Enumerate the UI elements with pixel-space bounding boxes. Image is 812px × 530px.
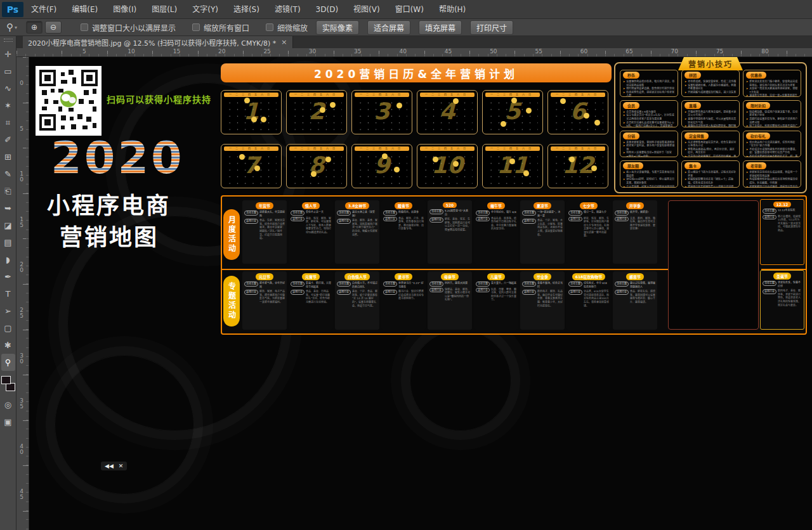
type-tool[interactable]: T	[1, 285, 15, 302]
menu-item-图层[interactable]: 图层(L)	[144, 0, 185, 19]
shape-tool[interactable]: ▢	[1, 320, 15, 337]
media-overlay[interactable]: ◀◀✕	[101, 462, 127, 470]
industry-text: 食品、生鲜、家居百货等，结合年前用户消费需求，推出年货盛宴：团圆饭／送礼／囤年货…	[259, 219, 285, 240]
industry-text: 食品礼盒、旅游等，结合传统节日推出粽子礼盒，年中优惠力度最强的大促活动。	[491, 217, 516, 231]
industry-row: 适用行业鲜花、美妆、珠宝、生鲜等，加购新品行业可以主打买一送一活动，限量赠品双倍…	[429, 217, 470, 231]
bullet-icon: ➤	[623, 121, 625, 127]
path-selection-tool[interactable]: ➢	[1, 302, 15, 320]
menu-item-选择[interactable]: 选择(S)	[226, 0, 267, 19]
calendar-highlight-dot	[591, 165, 597, 171]
theme-text: 白色情人节，不可错过的表白回礼	[352, 281, 377, 288]
calendar-highlight-dot	[261, 117, 266, 122]
bullet-text: 预售商品直接品/限价，再定价计划，满足砍价，再压实价	[688, 148, 737, 155]
tip-card-bullet: ➤秒杀前预告造势，提前锁定目标用户和老客人群	[623, 91, 675, 97]
document-tab-bar: 2020小程序电商营销地图.jpg @ 12.5% (扫码可以获得小程序扶持, …	[16, 36, 812, 48]
calendar-weekday-header: 一二三四五六日	[485, 146, 540, 151]
color-swatches[interactable]	[1, 375, 15, 394]
theme-text: 5.20因爱放“价”大表白	[445, 209, 470, 216]
industry-row: 适用行业玩具、母婴、零食、图书等，宝妈人群可主推陪伴孩子过一个快乐童节。	[476, 288, 516, 302]
bullet-text: 高峰时段设置折扣专场，更有助于培养用户消费习惯	[749, 117, 798, 124]
palette-grip[interactable]	[4, 39, 13, 42]
document-tab[interactable]: 2020小程序电商营销地图.jpg @ 12.5% (扫码可以获得小程序扶持, …	[23, 36, 293, 48]
hand-tool[interactable]: ✱	[1, 337, 15, 354]
activity-card-title: 520	[443, 202, 457, 208]
tip-card-bullet: ➤大促前一周发放大额满减券提前锁客，领取7天有效	[746, 87, 798, 94]
poster-title-line2: 营销地图	[60, 219, 159, 252]
ruler-tick-label: 80	[761, 48, 768, 55]
menu-item-窗口[interactable]: 窗口(W)	[388, 0, 431, 19]
options-button[interactable]: 实际像素	[316, 20, 359, 35]
healing-brush-tool[interactable]: ⊞	[1, 148, 15, 165]
close-icon[interactable]: ✕	[119, 463, 124, 469]
checkbox[interactable]	[192, 23, 200, 31]
activity-card-title: 母亲节	[441, 273, 459, 280]
industry-tag: 适用行业	[383, 290, 397, 295]
magic-wand-tool[interactable]: ✶	[1, 97, 15, 114]
tip-card-bullet: ➤不砍成未能被促销量不断起砍才定，如：事到必被拉裂砍成大团的提速	[746, 155, 798, 157]
theme-text: 圣诞狂欢季，惊喜不打烊	[778, 281, 802, 288]
bullet-icon: ➤	[623, 80, 625, 87]
ruler-tick-label: 0	[18, 80, 25, 86]
theme-tag: 活动主题	[383, 210, 397, 216]
gradient-tool[interactable]: ▤	[1, 234, 15, 251]
theme-tag: 活动主题	[244, 210, 258, 216]
move-tool[interactable]: ✛	[1, 46, 15, 63]
tip-card-bullet: ➤直播后沉淀粉丝进入私域社群转化，随时唤起复购行为	[684, 124, 737, 127]
tool-preset-caret-icon[interactable]: ▾	[15, 25, 17, 30]
tip-card: 秒杀➤设置爆款商品低价秒杀，吸引用户进店，带动关联商品销售➤限时限量营造紧迫感，…	[620, 70, 678, 97]
history-brush-tool[interactable]: ➥	[1, 200, 15, 217]
brush-tool[interactable]: ✎	[1, 165, 15, 183]
theme-tag: 活动主题	[522, 210, 536, 216]
menu-item-文字[interactable]: 文字(Y)	[185, 0, 226, 19]
quick-mask-button[interactable]: ◎	[1, 396, 15, 413]
industry-tag: 适用行业	[763, 289, 776, 294]
document-canvas[interactable]: 扫码可以获得小程序扶持2020小程序电商营销地图2020营销日历&全年营销计划一…	[29, 57, 812, 530]
blur-tool[interactable]: ◗	[1, 251, 15, 268]
menu-item-编辑[interactable]: 编辑(E)	[64, 0, 105, 19]
menu-item-3D[interactable]: 3D(D)	[308, 0, 346, 19]
option-checkbox-group: 细微缩放	[266, 22, 308, 33]
zoom-in-button[interactable]: ⊕	[26, 21, 43, 34]
menu-item-图像[interactable]: 图像(I)	[105, 0, 144, 19]
checkbox[interactable]	[81, 23, 88, 31]
zoom-tool-icon[interactable]: ⚲	[6, 22, 13, 33]
screen-mode-button[interactable]: ▣	[1, 413, 15, 430]
theme-row: 活动主题圣诞狂欢季，惊喜不打烊	[763, 281, 802, 288]
pen-tool[interactable]: ✒	[1, 268, 15, 285]
industry-row: 适用行业服饰、家居、电子产品等，跨年焕新用户可做集市气氛，为新装置换一波新年焕新…	[244, 290, 285, 304]
foreground-color[interactable]	[1, 376, 11, 384]
vertical-ruler: 051015202530354045	[16, 57, 29, 530]
rewind-icon[interactable]: ◀◀	[105, 463, 114, 469]
options-button[interactable]: 打印尺寸	[470, 20, 513, 35]
options-button[interactable]: 适合屏幕	[367, 20, 410, 35]
checkbox[interactable]	[266, 23, 273, 31]
crop-tool[interactable]: ⌗	[1, 114, 15, 131]
activity-card: 元旦节活动主题新年新气象，全年开好局适用行业服饰、家居、电子产品等，跨年焕新用户…	[242, 271, 287, 330]
ruler-tick-label: 75	[716, 48, 723, 55]
calendar-month-number: 12	[548, 152, 608, 178]
activity-card-title: 感恩节	[626, 273, 644, 280]
activity-card-title: 毕业季	[534, 273, 551, 280]
zoom-tool[interactable]: ⚲	[1, 354, 15, 371]
marquee-tool[interactable]: ▭	[1, 63, 15, 80]
menu-item-视图[interactable]: 视图(V)	[346, 0, 388, 19]
menu-item-滤镜[interactable]: 滤镜(T)	[267, 0, 308, 19]
tip-card-bullet: ➤老顾客都带过出品成路线，提前现引导走向的场发底落案	[746, 185, 798, 188]
tab-close-icon[interactable]: ×	[281, 38, 287, 46]
menu-item-帮助[interactable]: 帮助(H)	[431, 0, 473, 19]
activity-card: 12.12活动主题12.12年末狂欢适用行业各行业通用，延续双11热度，以12月…	[760, 199, 804, 265]
industry-text: 食品、鲜花礼包、烘焙等，感恩回馈可以设置感恩专属折扣、暖心卡片、感恩福袋。	[630, 290, 655, 304]
band-divider	[222, 269, 669, 270]
zoom-out-button[interactable]: ⊖	[45, 21, 62, 34]
industry-text: 各行业通用，延续双11热度，以12月为年末最后一波大促活动，可借此清理库存商品。	[778, 215, 802, 233]
checkbox-label: 调整窗口大小以满屏显示	[92, 22, 176, 33]
eraser-tool[interactable]: ◪	[1, 217, 15, 234]
bullet-text: 集以稀缺卡飞抵为五张福率，过程尤其好补齐率	[688, 171, 737, 178]
bullet-text: 低价商品用户引流进店路径，任务利用砍“宝贝价”助力传播	[749, 141, 798, 148]
ruler-tick-label: 5	[18, 126, 25, 131]
eyedropper-tool[interactable]: ✐	[1, 131, 15, 148]
options-button[interactable]: 填充屏幕	[419, 20, 462, 35]
lasso-tool[interactable]: ∿	[1, 80, 15, 97]
menu-item-文件[interactable]: 文件(F)	[23, 0, 64, 19]
clone-stamp-tool[interactable]: ⎗	[1, 183, 15, 200]
